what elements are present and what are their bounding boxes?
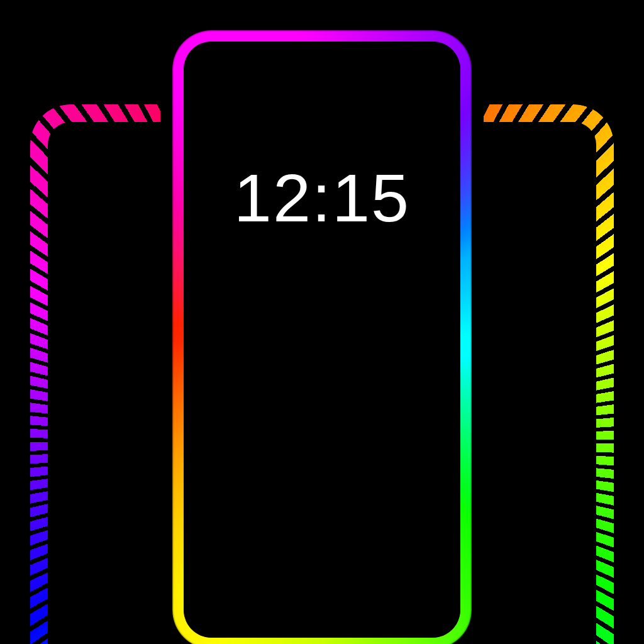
clock-time: 12:15 — [234, 158, 410, 237]
front-device-screen: 12:15 — [184, 42, 460, 638]
front-device-rainbow-border: 12:15 — [177, 35, 467, 644]
